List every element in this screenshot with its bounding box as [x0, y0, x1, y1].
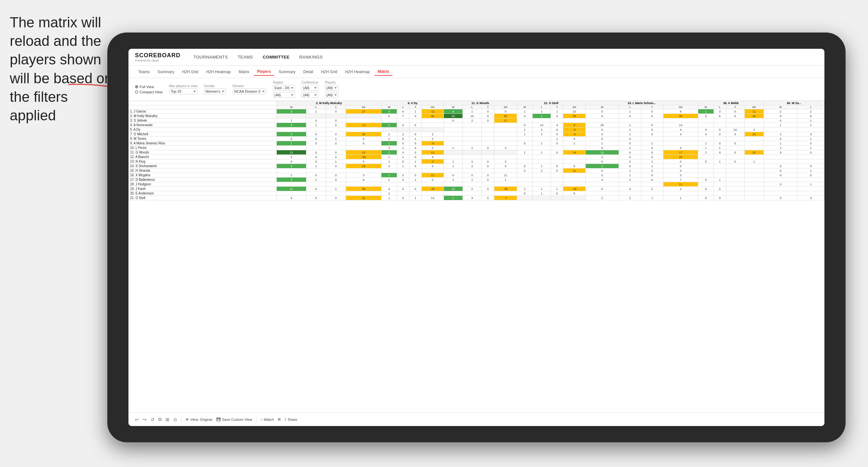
- header-player-5: 23. L Marie Schum...: [585, 101, 698, 105]
- sub-nav-h2h-heatmap2[interactable]: H2H Heatmap: [342, 68, 373, 75]
- col-l3: L: [463, 105, 482, 109]
- header-player-2: 6. A Dy: [381, 101, 444, 105]
- tablet-screen: SCOREBOARD Powered by clippd TOURNAMENTS…: [128, 49, 825, 426]
- undo-icon[interactable]: ↩: [135, 417, 139, 422]
- col-dif5: Dif: [663, 105, 698, 109]
- players-all-select[interactable]: (All): [325, 92, 339, 98]
- col-l6: L: [714, 105, 726, 109]
- table-row: 13. N Klug 0010 101-2 1003 0210 0101: [129, 159, 825, 164]
- compact-view-option[interactable]: Compact View: [135, 90, 163, 94]
- col-t1: T: [326, 105, 346, 109]
- nav-rankings[interactable]: RANKINGS: [299, 53, 322, 61]
- gender-select[interactable]: Women's: [204, 89, 226, 94]
- player-name: 20. E Andersson: [129, 191, 277, 196]
- header-player-1: 2. M Kelly Mulcahy: [276, 101, 381, 105]
- watch-icon: ○: [260, 417, 262, 422]
- share-icon: ⤴: [285, 417, 286, 422]
- col-dif2: Dif: [422, 105, 443, 109]
- view-original-btn[interactable]: 👁 View: Original: [185, 417, 212, 422]
- max-players-label: Max players in view: [169, 84, 197, 88]
- bottom-toolbar: ↩ ↪ ↺ ⧉ ⊞ ⊙ 👁 View: Original 💾 Save Cust…: [128, 412, 825, 426]
- grid-btn[interactable]: ⊞: [278, 417, 281, 422]
- sub-nav-summary[interactable]: Summary: [154, 68, 177, 75]
- nav-tournaments[interactable]: TOURNAMENTS: [193, 53, 228, 61]
- sub-nav-matrix[interactable]: Matrix: [236, 68, 253, 75]
- nav-committee[interactable]: COMMITTEE: [263, 53, 290, 61]
- table-row: 12. A Bianchi 200-58 1104 20025: [129, 155, 825, 159]
- table-row: 10. L Perini 3140 1103 0104 11 11: [129, 146, 825, 150]
- col-dif6: Dif: [744, 105, 764, 109]
- player-name: 7. O Mitchell: [129, 132, 277, 136]
- redo-icon[interactable]: ↪: [143, 417, 147, 422]
- player-name: 17. D Ballesteros: [129, 178, 277, 182]
- player-name: 14. S Srichantamit: [129, 164, 277, 168]
- sub-nav: Teams Summary H2H Grid H2H Heatmap Matri…: [128, 66, 825, 78]
- nav-teams[interactable]: TEAMS: [238, 53, 253, 61]
- refresh-icon[interactable]: ↺: [151, 417, 154, 422]
- logo-text: SCOREBOARD: [135, 52, 181, 59]
- col-l4: L: [532, 105, 551, 109]
- col-w6: W: [698, 105, 714, 109]
- header-cols-row: WLTDif WLTDif WLTDif WLTDif WLTDif WLTDi…: [129, 105, 825, 109]
- conference-filter: Conference (All) (All): [302, 81, 318, 98]
- logo-sub: Powered by clippd: [135, 59, 181, 62]
- sub-nav-summary2[interactable]: Summary: [275, 68, 299, 75]
- annotation-text: The matrix will reload and the players s…: [10, 13, 117, 125]
- table-row: 20. E Andersson 2 0108: [129, 191, 825, 196]
- conference-select[interactable]: (All): [302, 85, 318, 91]
- region-all-select[interactable]: (All): [273, 92, 295, 98]
- sub-nav-teams[interactable]: Teams: [135, 68, 153, 75]
- table-row: 3. S Jelinek 700 02017 01: [129, 118, 825, 123]
- col-dif1: Dif: [346, 105, 381, 109]
- col-dif3: Dif: [494, 105, 517, 109]
- sub-nav-h2h-heatmap[interactable]: H2H Heatmap: [203, 68, 234, 75]
- sub-nav-detail[interactable]: Detail: [300, 68, 316, 75]
- players-label: Players: [325, 81, 339, 84]
- full-view-option[interactable]: Full View: [135, 85, 163, 89]
- col-dif4: Dif: [563, 105, 585, 109]
- sub-nav-matrix2[interactable]: Matrix: [374, 68, 392, 76]
- division-select[interactable]: NCAA Division II: [232, 89, 266, 94]
- copy-icon[interactable]: ⧉: [158, 416, 162, 422]
- sub-nav-players[interactable]: Players: [254, 68, 274, 76]
- sub-nav-h2h-grid[interactable]: H2H Grid: [179, 68, 202, 75]
- players-select[interactable]: (All): [325, 85, 339, 91]
- header-player-3: 11. G Woods: [444, 101, 517, 105]
- conference-label: Conference: [302, 81, 318, 84]
- conference-all-select[interactable]: (All): [302, 92, 318, 98]
- compact-view-radio[interactable]: [135, 90, 138, 94]
- player-name: 16. X Mcgaha: [129, 173, 277, 178]
- save-custom-btn[interactable]: 💾 Save Custom View: [216, 417, 252, 422]
- timer-icon[interactable]: ⊙: [173, 417, 177, 422]
- toolbar-divider2: [256, 416, 256, 423]
- table-row: 18. J Hodgson 11 01: [129, 182, 825, 187]
- player-name: 1. J Garcia: [129, 109, 277, 114]
- division-filter: Division NCAA Division II: [232, 84, 266, 94]
- region-filter: Region East - DII (All): [273, 81, 295, 98]
- col-t2: T: [409, 105, 422, 109]
- full-view-radio[interactable]: [135, 85, 138, 89]
- col-w7: W: [764, 105, 797, 109]
- max-players-select[interactable]: Top 25: [169, 89, 197, 94]
- watch-btn[interactable]: ○ Watch: [260, 417, 274, 422]
- table-row: 5. A Dy 120-4 0104 40243: [129, 127, 825, 132]
- col-l5: L: [619, 105, 641, 109]
- zoom-icon[interactable]: ⊞: [165, 417, 169, 422]
- table-row: 7. O Mitchell 30018 2202 120-4 0104 4042…: [129, 132, 825, 136]
- header-players-row: 2. M Kelly Mulcahy 6. A Dy 11. G Woods 2…: [129, 101, 825, 105]
- table-row: 17. D Ballesteros 3106 2010 1101 0207 01: [129, 178, 825, 182]
- player-name: 5. A Dy: [129, 127, 277, 132]
- sub-nav-h2h-grid2[interactable]: H2H Grid: [318, 68, 341, 75]
- header-empty: [129, 101, 277, 105]
- table-row: 4. A Nomrowski 310-11 100 01440 251013 1…: [129, 123, 825, 127]
- eye-icon: 👁: [185, 417, 189, 422]
- table-row: 8. M Torres 0010 2012 10 03 01: [129, 136, 825, 141]
- player-name: 3. S Jelinek: [129, 118, 277, 123]
- share-btn[interactable]: ⤴ Share: [285, 417, 297, 422]
- player-name: 2. M Kelly Mulcahy: [129, 114, 277, 118]
- header-player-4: 21. O Stoll: [517, 101, 585, 105]
- tablet-frame: SCOREBOARD Powered by clippd TOURNAMENTS…: [107, 33, 845, 442]
- toolbar-divider: [181, 416, 182, 423]
- region-select[interactable]: East - DII: [273, 85, 295, 91]
- logo-area: SCOREBOARD Powered by clippd: [135, 52, 181, 62]
